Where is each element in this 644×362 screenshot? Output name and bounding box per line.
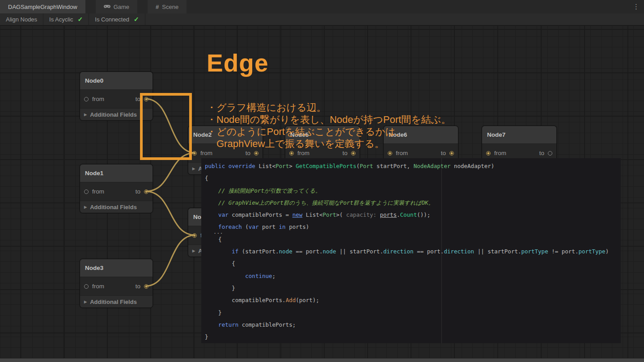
- game-controller-icon: [104, 4, 110, 9]
- code-line: public override List<Port> GetCompatible…: [205, 160, 621, 172]
- slide-bullet-line: ・Node間の繋がりを表し、Nodeが持つPort間を結ぶ。: [207, 114, 451, 126]
- is-connected-button[interactable]: Is Connected✓: [89, 13, 145, 25]
- slide-bullet-line: ・どのようにPortを結ぶことができるかは、: [207, 126, 451, 138]
- code-line: // GraphView上のPort群のうち、接続可能なPort群を返すように実…: [205, 197, 621, 209]
- button-label: Is Acyclic: [49, 16, 73, 23]
- code-lines: public override List<Port> GetCompatible…: [201, 158, 621, 343]
- button-label: Align Nodes: [6, 16, 37, 23]
- tab-list: DAGSampleGraphWindowGame#Scene: [0, 0, 197, 13]
- code-line: {: [205, 257, 621, 269]
- tab-dagsamplegraphwindow[interactable]: DAGSampleGraphWindow: [0, 0, 85, 13]
- check-icon: ✓: [134, 16, 139, 23]
- kebab-menu-icon[interactable]: ⋮: [633, 0, 640, 13]
- slide-bullets: ・グラフ構造における辺。・Node間の繋がりを表し、Nodeが持つPort間を結…: [207, 101, 451, 150]
- code-line: foreach (var port in ports): [205, 221, 621, 233]
- tab-scene[interactable]: #Scene: [148, 0, 186, 13]
- align-nodes-button[interactable]: Align Nodes: [0, 13, 43, 25]
- tab-label: Game: [114, 4, 129, 10]
- code-line: }: [205, 331, 621, 343]
- code-line: continue;: [205, 270, 621, 282]
- check-icon: ✓: [78, 16, 83, 23]
- tab-bar: DAGSampleGraphWindowGame#Scene ⋮: [0, 0, 644, 13]
- code-line: compatiblePorts.Add(port);: [205, 294, 621, 306]
- edge-path[interactable]: [145, 235, 195, 286]
- slide-bullet-line: GraphView上で振る舞いを定義する。: [207, 138, 451, 150]
- tab-label: Scene: [162, 4, 178, 10]
- code-line: // 接続開始Portが引数で渡ってくる。: [205, 185, 621, 197]
- graph-toolbar: Align NodesIs Acyclic✓Is Connected✓: [0, 13, 644, 25]
- code-snippet-panel: ... public override List<Port> GetCompat…: [201, 158, 621, 343]
- slide-bullet-line: ・グラフ構造における辺。: [207, 101, 451, 114]
- graph-canvas[interactable]: Node0fromto▶Additional FieldsNode1fromto…: [0, 25, 644, 358]
- code-line: if (startPort.node == port.node || start…: [205, 245, 621, 257]
- button-label: Is Connected: [95, 16, 129, 23]
- horizontal-scrollbar[interactable]: [0, 358, 644, 362]
- tab-game[interactable]: Game: [96, 0, 137, 13]
- code-line: {: [205, 172, 621, 184]
- edge-path[interactable]: [145, 191, 195, 235]
- code-line: return compatiblePorts;: [205, 319, 621, 331]
- is-acyclic-button[interactable]: Is Acyclic✓: [43, 13, 89, 25]
- unity-editor-window: DAGSampleGraphWindowGame#Scene ⋮ Align N…: [0, 0, 644, 362]
- slide-title: Edge: [207, 49, 268, 77]
- code-line: }: [205, 282, 621, 294]
- code-line: {: [205, 233, 621, 245]
- hash-icon: #: [156, 4, 159, 10]
- code-line: var compatiblePorts = new List<Port>( ca…: [205, 209, 621, 221]
- code-line: }: [205, 307, 621, 319]
- tab-label: DAGSampleGraphWindow: [8, 4, 77, 10]
- edge-highlight-rect: [140, 93, 192, 160]
